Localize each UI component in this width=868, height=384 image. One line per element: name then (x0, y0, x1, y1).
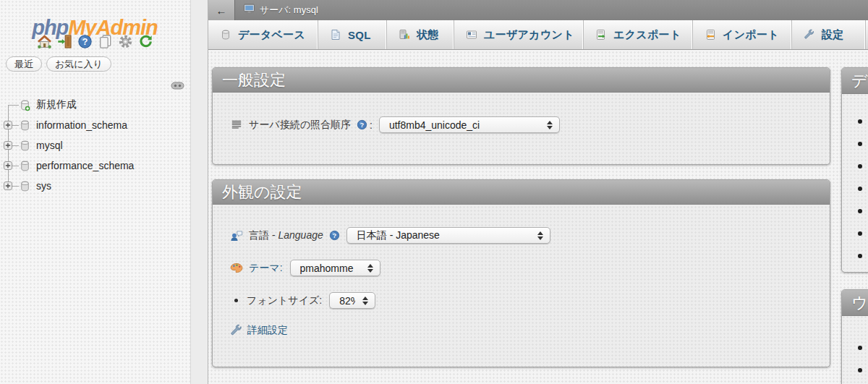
bullet-icon (858, 209, 862, 213)
server-title-text: サーバ: mysql (260, 4, 318, 17)
recent-button[interactable]: 最近 (6, 56, 42, 72)
tree-item-label: 新規作成 (36, 98, 77, 111)
wrench-icon (804, 29, 815, 40)
tab-label: 状態 (417, 28, 439, 42)
wrench-icon (230, 324, 243, 337)
tab-settings[interactable]: 設定 (792, 20, 866, 49)
appearance-settings-title: 外観の設定 (213, 180, 830, 205)
plus-expander-icon[interactable] (4, 182, 12, 190)
database-icon (220, 29, 231, 40)
bullet-icon (858, 119, 862, 124)
tab-label: SQL (348, 29, 371, 41)
select-arrows-icon (362, 296, 368, 305)
tree-item-information-schema[interactable]: information_schema (0, 115, 190, 135)
tab-sql[interactable]: SQL (318, 20, 387, 49)
help-icon[interactable]: ? (329, 230, 340, 241)
font-size-label: フォントサイズ: (247, 294, 322, 307)
theme-select[interactable]: pmahomme (290, 260, 380, 276)
tab-label: データベース (238, 28, 305, 42)
help-icon[interactable]: ? (77, 34, 93, 49)
database-server-panel-title: デ (842, 68, 868, 94)
general-settings-title: 一般設定 (213, 68, 830, 93)
database-tree-icon (19, 140, 31, 152)
refresh-icon[interactable] (138, 34, 153, 49)
tab-label: インポート (723, 28, 779, 42)
tab-label: 設定 (822, 28, 844, 42)
general-settings-panel: 一般設定 サーバ接続の照合順序 ? : utf8mb4_unicode_ci (212, 67, 830, 165)
sidebar-resize-strip[interactable] (190, 0, 208, 384)
collation-select[interactable]: utf8mb4_unicode_ci (379, 116, 560, 133)
bullet-icon (858, 368, 862, 372)
select-arrows-icon (537, 231, 543, 240)
theme-palette-icon (230, 262, 243, 275)
svg-text:?: ? (82, 37, 88, 47)
tree-item-performance-schema[interactable]: performance_schema (0, 155, 190, 176)
collation-select-value: utf8mb4_unicode_ci (389, 119, 540, 131)
collation-icon (230, 119, 243, 132)
tab-status[interactable]: 状態 (387, 20, 454, 49)
font-size-select[interactable]: 82% (329, 292, 375, 309)
link-icon[interactable] (171, 80, 184, 88)
list-item (858, 222, 868, 244)
sidebar-quick-buttons: 最近 お気に入り (6, 56, 111, 72)
server-title: サーバ: mysql (235, 0, 318, 20)
favorites-button[interactable]: お気に入り (46, 56, 111, 72)
font-size-select-value: 82% (339, 295, 355, 307)
home-icon[interactable] (37, 34, 52, 49)
bullet-icon (858, 164, 862, 168)
tree-item-label: performance_schema (36, 160, 134, 171)
tab-user-accounts[interactable]: ユーザアカウント (454, 20, 584, 49)
docs-icon[interactable] (98, 34, 113, 49)
plus-expander-icon[interactable] (4, 161, 12, 170)
tree-item-new-database[interactable]: 新規作成 (0, 95, 190, 115)
language-select[interactable]: 日本語 - Japanese (346, 227, 550, 244)
collation-label: サーバ接続の照合順序 (249, 119, 351, 132)
advanced-settings-link[interactable]: 詳細設定 (230, 324, 830, 337)
tree-stub (8, 105, 19, 106)
list-item (858, 132, 868, 155)
database-tree-icon (19, 180, 31, 192)
svg-text:?: ? (333, 232, 336, 239)
database-server-list (842, 94, 868, 267)
list-item (858, 110, 868, 132)
language-icon (230, 229, 243, 242)
user-accounts-icon (466, 29, 477, 40)
import-icon (705, 29, 716, 40)
tab-label: ユーザアカウント (484, 28, 574, 42)
database-tree-icon (19, 160, 31, 172)
plus-expander-icon[interactable] (4, 141, 12, 150)
colon: : (370, 119, 373, 131)
list-item (858, 155, 868, 177)
gear-icon[interactable] (118, 34, 133, 49)
back-button[interactable]: ← (208, 0, 235, 20)
bullet-icon (234, 299, 238, 302)
font-size-row: フォントサイズ: 82% (230, 291, 830, 310)
sql-icon (330, 29, 341, 40)
server-titlebar: ← サーバ: mysql (208, 0, 868, 20)
select-arrows-icon (547, 121, 553, 129)
help-icon[interactable]: ? (357, 119, 367, 130)
tab-import[interactable]: インポート (693, 20, 792, 49)
theme-row: テーマ: pmahomme (230, 259, 830, 277)
database-tree: 新規作成 information_schema (0, 95, 190, 196)
tab-label: エクスポート (613, 28, 681, 42)
appearance-settings-panel: 外観の設定 言語 - Language ? 日本語 - Japanese (212, 179, 830, 367)
tree-item-sys[interactable]: sys (0, 176, 190, 196)
main-area: ← サーバ: mysql データベース SQL 状態 (208, 0, 868, 384)
language-label: 言語 - Language (249, 229, 323, 242)
list-item (858, 359, 868, 381)
new-database-icon (19, 99, 31, 111)
plus-expander-icon[interactable] (4, 121, 12, 129)
logout-icon[interactable] (57, 34, 72, 49)
tree-item-mysql[interactable]: mysql (0, 135, 190, 155)
tab-databases[interactable]: データベース (208, 20, 318, 49)
select-arrows-icon (367, 264, 373, 273)
phpmyadmin-window: phpMyAdmin ? 最近 お気に入り (0, 0, 868, 384)
bullet-icon (858, 187, 862, 191)
language-row: 言語 - Language ? 日本語 - Japanese (230, 226, 830, 244)
bullet-icon (858, 346, 862, 350)
tab-export[interactable]: エクスポート (584, 20, 693, 49)
bullet-icon (858, 231, 862, 236)
server-tabbar: データベース SQL 状態 ユーザアカウント エクスポート インポート (208, 20, 868, 50)
bullet-icon (858, 254, 862, 258)
